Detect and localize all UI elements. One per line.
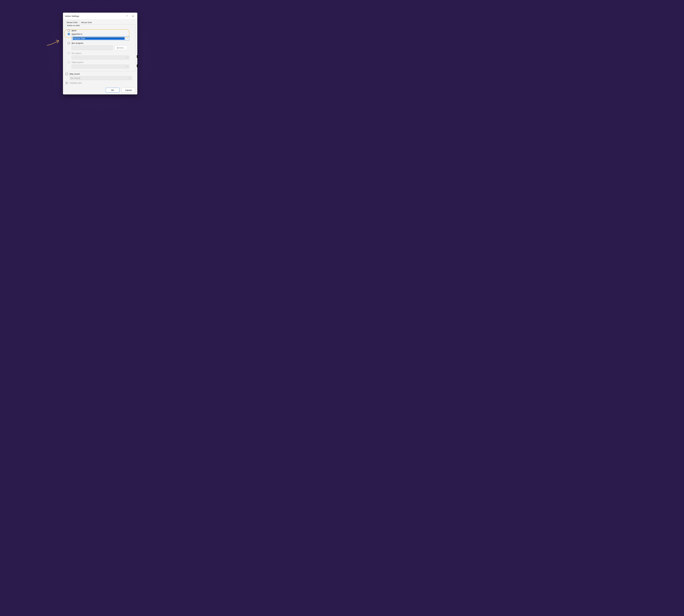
action-on-click-group: Action on click None Hyperlink to: Previ…	[65, 24, 135, 71]
chevron-down-icon	[129, 78, 131, 79]
option-hyperlink-row[interactable]: Hyperlink to:	[68, 33, 133, 35]
cancel-button[interactable]: Cancel	[122, 88, 135, 92]
option-object-action-label: Object action:	[72, 61, 84, 63]
radio-run-macro	[68, 52, 70, 54]
option-run-macro-row: Run macro:	[68, 52, 133, 54]
close-button[interactable]	[130, 14, 136, 18]
option-none-label: None	[72, 29, 76, 31]
hyperlink-combo-button[interactable]	[126, 37, 129, 40]
play-sound-row[interactable]: Play sound:	[66, 73, 135, 75]
ok-button[interactable]: OK	[106, 88, 119, 92]
option-none-row[interactable]: None	[68, 29, 133, 32]
object-action-combo-button	[126, 65, 129, 68]
option-run-program-label: Run program:	[72, 42, 84, 44]
chevron-down-icon	[127, 66, 128, 67]
tab-mouse-click[interactable]: Mouse Click	[65, 20, 79, 25]
run-macro-combo	[72, 56, 129, 60]
option-run-macro-label: Run macro:	[72, 52, 82, 54]
dialog-titlebar: Action Settings	[63, 13, 137, 19]
object-action-combo	[72, 65, 129, 68]
hyperlink-combo-field[interactable]: Previous Slide	[72, 37, 126, 40]
play-sound-combo-field: [No Sound]	[70, 76, 128, 80]
group-legend: Action on click	[66, 24, 81, 26]
close-icon	[132, 15, 134, 17]
radio-object-action	[68, 61, 70, 64]
run-macro-combo-field	[72, 56, 126, 60]
help-button[interactable]	[124, 14, 130, 18]
option-object-action-row: Object action:	[68, 61, 133, 64]
object-action-combo-field	[72, 65, 126, 68]
option-run-program-row[interactable]: Run program:	[68, 42, 133, 44]
option-hyperlink-label: Hyperlink to:	[72, 33, 83, 35]
browse-button[interactable]: Browse...	[115, 45, 128, 50]
play-sound-label: Play sound:	[70, 73, 80, 75]
hyperlink-combo[interactable]: Previous Slide	[72, 37, 129, 40]
radio-run-program[interactable]	[68, 42, 70, 44]
radio-hyperlink[interactable]	[68, 33, 70, 35]
tab-strip: Mouse Click Mouse Over	[65, 19, 135, 24]
run-macro-combo-button	[126, 56, 129, 60]
help-icon	[126, 15, 128, 17]
highlight-click-label: Highlight click	[70, 82, 82, 84]
annotation-arrow	[46, 39, 60, 47]
radio-none[interactable]	[68, 29, 70, 32]
chevron-down-icon	[127, 57, 128, 58]
play-sound-checkbox[interactable]	[66, 73, 68, 75]
action-settings-dialog: Action Settings Mouse Click Mouse Over A…	[63, 13, 137, 94]
run-program-field	[72, 46, 113, 50]
tab-mouse-over[interactable]: Mouse Over	[79, 20, 94, 25]
highlight-click-checkbox	[66, 82, 68, 84]
dialog-footer: OK Cancel	[65, 85, 135, 92]
background-edge-marks	[137, 55, 138, 74]
play-sound-combo: [No Sound]	[70, 76, 132, 80]
highlight-click-row: Highlight click	[66, 82, 135, 84]
chevron-down-icon	[127, 38, 128, 39]
play-sound-combo-button	[128, 76, 132, 80]
dialog-title: Action Settings	[65, 15, 124, 17]
